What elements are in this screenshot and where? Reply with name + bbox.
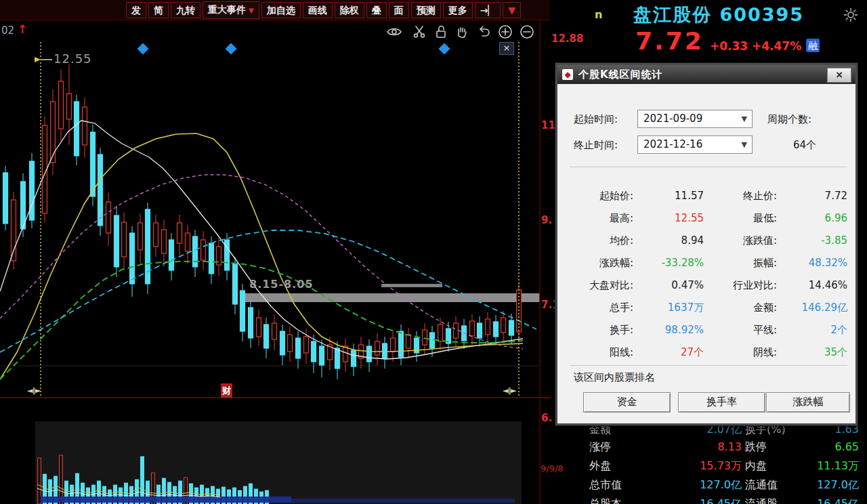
- stat-label: 总手:: [562, 297, 633, 318]
- stat-value: 14.46%: [781, 275, 847, 295]
- toolbar-item-[interactable]: 发: [126, 2, 146, 18]
- dialog-app-icon: ◆: [562, 69, 573, 80]
- kline-chart[interactable]: [0, 20, 550, 504]
- stat-value: 12.55: [637, 208, 704, 228]
- stat-value: 146.29亿: [781, 297, 847, 318]
- stat-value: 2个: [781, 320, 847, 340]
- toolbar-item-[interactable]: 除权: [335, 2, 364, 18]
- dialog-title: 个股K线区间统计: [578, 68, 663, 81]
- end-date-value: 2021-12-16: [643, 138, 702, 150]
- stat-row: 起始价:11.57终止价:7.72: [557, 186, 855, 206]
- toolbar-item-[interactable]: 九转: [171, 2, 200, 18]
- stat-row: 涨跌幅:-33.28%振幅:48.32%: [557, 253, 855, 273]
- scroll-handle-right[interactable]: ◄‖►: [503, 386, 515, 395]
- toolbar-item-[interactable]: 叠: [366, 2, 387, 18]
- axis-date-label: 9/9/8: [541, 463, 564, 474]
- stat-label: 行业对比:: [709, 275, 777, 295]
- undo-icon[interactable]: [475, 24, 492, 40]
- stat-label: 大盘对比:: [562, 275, 633, 295]
- toolbar-item-[interactable]: ▼: [503, 2, 521, 18]
- dialog-close-button[interactable]: ×: [827, 68, 851, 83]
- stat-label: 均价:: [562, 230, 633, 251]
- scissors-icon[interactable]: [411, 24, 427, 40]
- end-date-label: 终止时间:: [574, 139, 618, 152]
- dropdown-arrow-icon: ▼: [742, 136, 747, 153]
- stat-label: 涨跌值:: [709, 230, 777, 251]
- rank-button-1[interactable]: 资金: [583, 392, 671, 413]
- period-count-label: 周期个数:: [767, 113, 811, 126]
- stat-label: 换手:: [562, 320, 633, 340]
- eye-icon[interactable]: [386, 24, 402, 40]
- rank-section-title: 该区间内股票排名: [574, 371, 655, 384]
- lock-icon[interactable]: [433, 24, 449, 40]
- start-date-select[interactable]: 2021-09-09 ▼: [637, 110, 753, 128]
- hand-icon[interactable]: [454, 24, 470, 40]
- stat-value: 0.47%: [637, 275, 704, 295]
- toolbar-item-[interactable]: 加自选: [261, 2, 301, 18]
- toolbar-item-[interactable]: 面: [389, 2, 409, 18]
- toolbar-item-[interactable]: 重大事件▼: [203, 1, 259, 19]
- dialog-body: 起始时间: 2021-09-09 ▼ 周期个数: 终止时间: 2021-12-1…: [557, 84, 855, 423]
- toolbar-item-[interactable]: 简: [148, 2, 169, 18]
- toolbar-item-[interactable]: 预测: [411, 2, 441, 18]
- info-value: 8.13: [643, 440, 742, 453]
- gear-icon[interactable]: [843, 7, 859, 23]
- toolbar-item-[interactable]: 画线: [303, 2, 333, 18]
- selection-close-icon[interactable]: ×: [499, 42, 514, 55]
- stat-label: 平线:: [709, 320, 777, 340]
- stat-label: 最低:: [709, 208, 777, 228]
- stat-value: -33.28%: [637, 253, 704, 273]
- dropdown-arrow-icon: ▼: [742, 110, 747, 127]
- stat-value: 48.32%: [781, 253, 847, 273]
- rank-button-2[interactable]: 换手率: [678, 392, 765, 413]
- main-toolbar: 发简九转重大事件▼加自选画线除权叠面预测更多→▏▼: [0, 0, 550, 20]
- info-value: 127.0亿: [643, 478, 742, 492]
- scroll-handle-left[interactable]: ◄‖►: [27, 386, 40, 395]
- stat-value: -3.85: [781, 230, 847, 251]
- high-price-annotation: 12.55: [54, 51, 92, 66]
- info-label: 总股本: [589, 497, 622, 504]
- stat-value: 6.96: [781, 208, 847, 228]
- price-axis-label: 11: [541, 119, 555, 131]
- stat-row: 总手:1637万金额:146.29亿: [557, 297, 855, 318]
- start-date-value: 2021-09-09: [643, 112, 702, 125]
- stat-value: 35个: [781, 342, 847, 362]
- dialog-title-bar[interactable]: ◆ 个股K线区间统计: [557, 65, 855, 84]
- up-arrow-icon: ↑: [18, 22, 27, 36]
- stat-label: 最高:: [562, 208, 633, 228]
- rank-button-3[interactable]: 涨跌幅: [766, 392, 850, 413]
- price-change: +0.33: [710, 39, 748, 53]
- kline-interval-stats-dialog: ◆ 个股K线区间统计 × 起始时间: 2021-09-09 ▼ 周期个数: 终止…: [555, 63, 858, 425]
- stat-value: 11.57: [637, 186, 704, 206]
- dialog-separator: [570, 167, 847, 167]
- end-date-select[interactable]: 2021-12-16 ▼: [637, 135, 753, 154]
- stat-value: 27个: [637, 342, 704, 362]
- stat-row: 最高:12.55最低:6.96: [557, 208, 855, 228]
- start-date-label: 起始时间:: [574, 113, 618, 126]
- price-change-pct: +4.47%: [752, 39, 801, 53]
- stat-value: 1637万: [637, 297, 704, 318]
- info-value: 16.45亿: [759, 497, 859, 504]
- stat-row: 均价:8.94涨跌值:-3.85: [557, 230, 855, 251]
- period-count-value: 64个: [767, 139, 842, 152]
- info-value: 127.0亿: [759, 478, 859, 492]
- trading-app-window: 发简九转重大事件▼加自选画线除权叠面预测更多→▏▼ 02 ↑ 12.55 8.1…: [0, 0, 867, 504]
- stat-row: 换手:98.92%平线:2个: [557, 320, 855, 340]
- toolbar-item-[interactable]: 更多: [443, 2, 473, 18]
- stat-label: 振幅:: [709, 253, 777, 273]
- toolbar-item-[interactable]: →▏: [475, 2, 501, 18]
- gap-range-label: 8.15-8.05: [249, 278, 314, 291]
- dialog-separator: [570, 365, 847, 366]
- stat-label: 阳线:: [562, 342, 633, 362]
- zoom-out-icon[interactable]: [519, 24, 535, 40]
- stat-label: 终止价:: [709, 186, 777, 206]
- stock-name-code: 盘江股份 600395: [633, 3, 804, 27]
- stock-code: 600395: [719, 4, 804, 25]
- zoom-in-icon[interactable]: [497, 24, 513, 40]
- stat-row: 大盘对比:0.47%行业对比:14.46%: [557, 275, 855, 295]
- stat-row: 阳线:27个阴线:35个: [557, 342, 855, 362]
- stat-label: 金额:: [709, 297, 777, 318]
- corner-label: 02: [1, 24, 14, 37]
- info-label: 外盘: [589, 459, 611, 474]
- info-value: 6.65: [759, 440, 859, 453]
